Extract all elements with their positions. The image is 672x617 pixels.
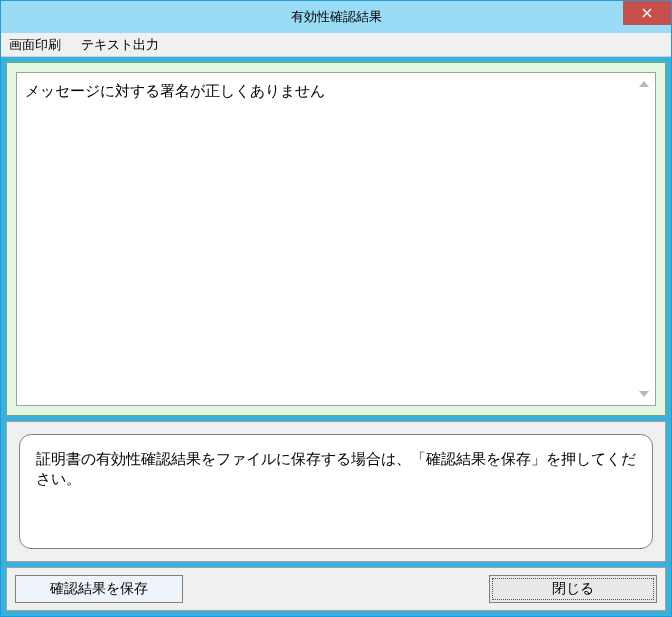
chevron-up-icon (639, 81, 649, 87)
window: 有効性確認結果 画面印刷 テキスト出力 メッセージに対する署名が正しくありません (0, 0, 672, 617)
client-area: メッセージに対する署名が正しくありません 証明書の有効性確認結果をファイルに保存… (1, 57, 671, 616)
scroll-down-button[interactable] (637, 387, 651, 401)
chevron-down-icon (639, 391, 649, 397)
save-result-button[interactable]: 確認結果を保存 (15, 575, 183, 603)
menubar: 画面印刷 テキスト出力 (1, 33, 671, 57)
message-textarea[interactable]: メッセージに対する署名が正しくありません (16, 72, 656, 406)
info-panel: 証明書の有効性確認結果をファイルに保存する場合は、「確認結果を保存」を押してくだ… (6, 421, 666, 562)
window-close-button[interactable] (623, 1, 671, 25)
close-button[interactable]: 閉じる (489, 575, 657, 603)
menu-text-output[interactable]: テキスト出力 (77, 34, 163, 56)
menu-print[interactable]: 画面印刷 (5, 34, 65, 56)
titlebar: 有効性確認結果 (1, 1, 671, 33)
button-bar: 確認結果を保存 閉じる (6, 567, 666, 611)
info-text: 証明書の有効性確認結果をファイルに保存する場合は、「確認結果を保存」を押してくだ… (36, 450, 636, 487)
close-icon (642, 8, 652, 18)
window-title: 有効性確認結果 (1, 8, 671, 26)
message-panel: メッセージに対する署名が正しくありません (6, 62, 666, 416)
scroll-up-button[interactable] (637, 77, 651, 91)
message-text: メッセージに対する署名が正しくありません (25, 82, 325, 99)
info-frame: 証明書の有効性確認結果をファイルに保存する場合は、「確認結果を保存」を押してくだ… (19, 434, 653, 549)
